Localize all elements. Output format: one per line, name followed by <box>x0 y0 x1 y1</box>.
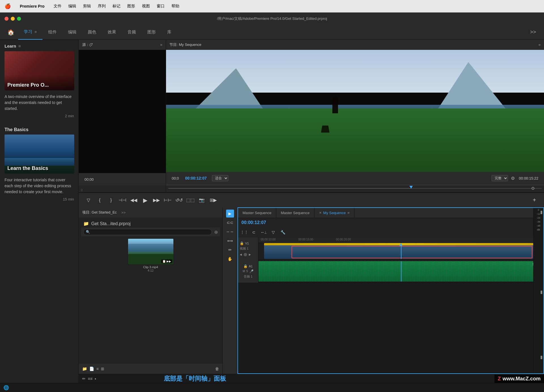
premiere-tutorial-card[interactable]: Premiere Pro O... A two-minute overview … <box>0 51 78 123</box>
learn-panel-title: Learn <box>5 44 16 48</box>
timeline-tab-myseq-menu[interactable]: ≡ <box>347 211 350 215</box>
list-tool-btn[interactable]: ≡≡ <box>88 376 92 381</box>
project-expand-icon[interactable]: >> <box>121 210 126 215</box>
step-forward-button[interactable]: ▶▶ <box>151 195 162 205</box>
v1-label: V1 <box>245 242 249 245</box>
app-name[interactable]: Premiere Pro <box>20 4 44 8</box>
loop-button[interactable]: ↺↺ <box>174 195 184 205</box>
list-view-button[interactable]: ≡ <box>96 367 99 371</box>
vu-slider-3[interactable] <box>541 356 542 359</box>
timeline-tab-master2[interactable]: Master Sequence <box>276 208 314 218</box>
settings-icon[interactable]: ⚙ <box>511 176 515 181</box>
tab-effects[interactable]: 效果 <box>102 25 122 40</box>
go-to-in-button[interactable]: ⊣⊣ <box>117 195 128 205</box>
basics-tutorial-card[interactable]: Learn the Basics Four interactive tutori… <box>0 135 78 206</box>
home-button[interactable]: 🏠 <box>3 25 18 40</box>
vu-slider-2[interactable] <box>541 291 542 294</box>
mark-out-icon[interactable]: } <box>106 195 116 205</box>
audio-mute-icon[interactable]: M <box>243 270 245 273</box>
delete-button[interactable]: 🗑 <box>215 367 219 371</box>
selection-tool[interactable]: ▶ <box>226 210 234 218</box>
add-edit-tool[interactable]: ↔⟂ <box>260 228 267 236</box>
tab-edit[interactable]: 编辑 <box>62 25 82 40</box>
step-back-button[interactable]: ◀◀ <box>129 195 139 205</box>
multi-cam-button[interactable]: ⬚⬚ <box>185 195 196 205</box>
menu-sequence[interactable]: 序列 <box>98 4 106 9</box>
timeline-settings-tool[interactable]: 🔧 <box>279 228 287 236</box>
close-button[interactable] <box>5 17 8 21</box>
timeline-close-icon[interactable]: ✕ <box>319 211 322 215</box>
snap-tool[interactable]: ⋮⋮ <box>240 228 248 236</box>
audio-solo-icon[interactable]: S <box>246 270 248 273</box>
basics-thumbnail[interactable]: Learn the Basics <box>5 135 74 174</box>
pen-tool-btn[interactable]: ✏ <box>82 376 86 381</box>
menu-window[interactable]: 窗口 <box>157 4 165 9</box>
menu-help[interactable]: 帮助 <box>171 4 179 9</box>
tab-libraries[interactable]: 库 <box>162 25 177 40</box>
ripple-edit-tool[interactable]: ↔↔ <box>226 228 234 236</box>
track-select-tool[interactable]: ⊂⊂ <box>226 219 234 227</box>
source-monitor-menu-icon[interactable]: ≡ <box>160 43 162 47</box>
go-to-out-button[interactable]: ⊢⊢ <box>163 195 173 205</box>
program-monitor-menu-icon[interactable]: ≡ <box>538 43 541 47</box>
tab-graphics[interactable]: 图形 <box>142 25 162 40</box>
vu-slider-1[interactable] <box>541 211 542 214</box>
track-lock-icon[interactable]: 🔒 <box>240 241 244 245</box>
track-nav-prev[interactable]: ◀ <box>240 253 242 256</box>
learn-panel-menu-icon[interactable]: ≡ <box>18 44 21 48</box>
new-bin-button[interactable]: 📁 <box>82 367 87 371</box>
menu-file[interactable]: 文件 <box>54 4 61 9</box>
annotation-text: 底部是「时间轴」面板 <box>164 374 226 383</box>
mark-in-button[interactable]: ▽ <box>83 195 94 205</box>
maximize-button[interactable] <box>17 17 21 21</box>
apple-menu-icon[interactable]: 🍎 <box>5 3 11 9</box>
audio-clip[interactable]: 恒定功 <box>258 261 543 282</box>
mark-in-icon[interactable]: { <box>95 195 105 205</box>
export-frame-button[interactable]: 📷 <box>197 195 207 205</box>
play-button[interactable]: ▶ <box>140 195 150 205</box>
fit-dropdown[interactable]: 适合 <box>212 175 228 181</box>
program-monitor-controls: 00;0 00:00:12:07 适合 完整 ⚙ 00:00:15:22 <box>166 172 544 184</box>
add-marker-button[interactable]: + <box>529 195 539 205</box>
linked-selection-tool[interactable]: ⊂ <box>250 228 258 236</box>
more-workspaces-button[interactable]: >> <box>526 29 541 35</box>
timeline-marker-tool[interactable]: ▽ <box>269 228 277 236</box>
menu-edit[interactable]: 编辑 <box>68 4 76 9</box>
button-grid[interactable]: ⊞▶ <box>208 195 218 205</box>
icon-view-button[interactable]: ⊞ <box>101 367 104 371</box>
source-playhead-bar[interactable]: 0 <box>79 186 166 192</box>
track-nav-next[interactable]: ▶ <box>249 253 251 256</box>
rolling-edit-tool[interactable]: ⟺ <box>226 237 234 245</box>
learn-panel: Learn ≡ Premiere Pro O... A two-minute o… <box>0 40 79 383</box>
project-panel-title: 项目: Get Started_Ec <box>82 210 117 215</box>
timeline-tab-myseq[interactable]: ✕ My Sequence ≡ <box>314 208 354 218</box>
project-search-bar: ⊕ <box>81 227 220 237</box>
minimize-button[interactable] <box>11 17 15 21</box>
clip-item[interactable]: 📋 ▶▶ Clip 3.mp4 4:12 <box>81 239 220 272</box>
program-playhead-bar[interactable] <box>166 184 544 192</box>
status-globe-icon[interactable]: 🌐 <box>3 385 9 390</box>
tab-assembly[interactable]: 组件 <box>42 25 62 40</box>
menu-marker[interactable]: 标记 <box>112 4 120 9</box>
quality-dropdown[interactable]: 完整 <box>492 175 508 181</box>
menu-graphic[interactable]: 图形 <box>127 4 135 9</box>
toggle-btn[interactable]: ▪ <box>95 376 96 381</box>
razor-tool[interactable]: ✏ <box>226 246 234 254</box>
premiere-thumbnail[interactable]: Premiere Pro O... <box>5 51 74 90</box>
project-search-input[interactable] <box>83 229 212 235</box>
menu-view[interactable]: 视图 <box>142 4 150 9</box>
video-clip[interactable] <box>264 243 538 259</box>
tab-color[interactable]: 颜色 <box>82 25 102 40</box>
timeline-tab-master1[interactable]: Master Sequence <box>238 208 276 218</box>
tab-audio[interactable]: 音频 <box>122 25 142 40</box>
project-folder[interactable]: 📁 Get Sta...ited.prproj <box>81 220 220 227</box>
main-layout: Learn ≡ Premiere Pro O... A two-minute o… <box>0 40 544 383</box>
tab-learn[interactable]: 学习 ≡ <box>18 25 42 40</box>
audio-record-icon[interactable]: 🎤 <box>249 269 254 273</box>
source-monitor: 源：(7 ≡ 00;00 0 <box>79 40 166 192</box>
menu-clip[interactable]: 剪辑 <box>83 4 91 9</box>
project-search-icon2[interactable]: ⊕ <box>214 229 218 235</box>
new-item-button[interactable]: 📄 <box>89 367 94 371</box>
audio-track-lock[interactable]: 🔒 <box>243 264 248 268</box>
hand-tool[interactable]: ✋ <box>226 255 234 263</box>
